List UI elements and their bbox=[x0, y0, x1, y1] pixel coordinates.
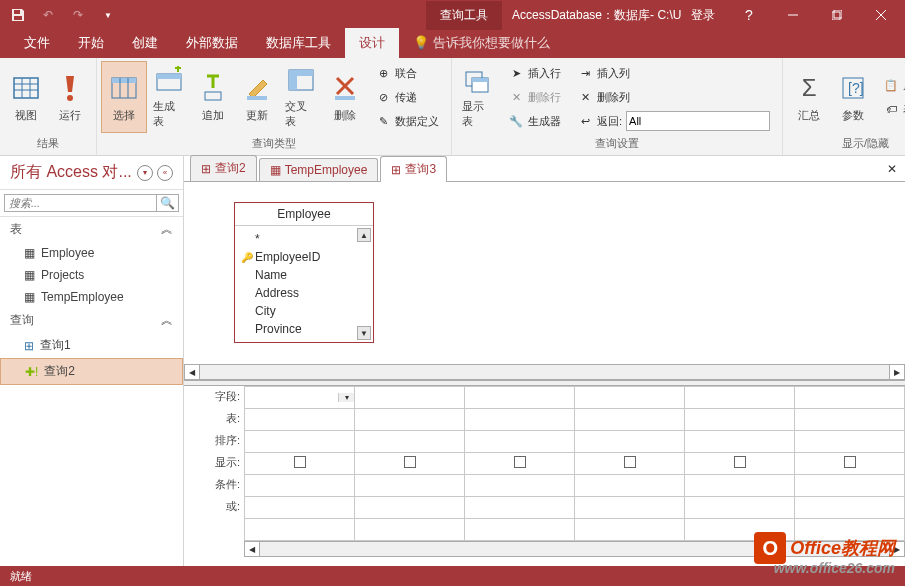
crosstab-button[interactable]: 交叉表 bbox=[279, 61, 324, 133]
nav-section-queries[interactable]: 查询︽ bbox=[0, 308, 183, 333]
tab-database-tools[interactable]: 数据库工具 bbox=[252, 28, 345, 58]
dropdown-button[interactable]: ▾ bbox=[338, 393, 354, 402]
restore-button[interactable] bbox=[817, 1, 857, 29]
close-tab-button[interactable]: ✕ bbox=[887, 162, 897, 176]
undo-icon[interactable]: ↶ bbox=[38, 5, 58, 25]
nav-item-projects[interactable]: ▦Projects bbox=[0, 264, 183, 286]
table-box-employee[interactable]: Employee * 🔑EmployeeID Name Address City… bbox=[234, 202, 374, 343]
union-button[interactable]: ⊕联合 bbox=[371, 62, 443, 84]
deleterow-button[interactable]: ✕删除行 bbox=[504, 86, 565, 108]
grid-cell[interactable] bbox=[355, 497, 465, 519]
grid-cell[interactable] bbox=[355, 409, 465, 431]
append-button[interactable]: 追加 bbox=[191, 61, 235, 133]
show-cell[interactable] bbox=[795, 453, 905, 475]
field-employeeid[interactable]: 🔑EmployeeID bbox=[241, 248, 367, 266]
grid-cell[interactable] bbox=[795, 431, 905, 453]
login-link[interactable]: 登录 bbox=[681, 7, 725, 24]
maketable-button[interactable]: 生成表 bbox=[147, 61, 192, 133]
grid-cell[interactable] bbox=[465, 409, 575, 431]
passthrough-button[interactable]: ⊘传递 bbox=[371, 86, 443, 108]
grid-cell[interactable] bbox=[465, 431, 575, 453]
tab-file[interactable]: 文件 bbox=[10, 28, 64, 58]
grid-cell[interactable] bbox=[795, 475, 905, 497]
field-name[interactable]: Name bbox=[241, 266, 367, 284]
return-combo[interactable] bbox=[626, 111, 770, 131]
grid-cell[interactable] bbox=[685, 431, 795, 453]
builder-button[interactable]: 🔧生成器 bbox=[504, 110, 565, 132]
grid-cell[interactable] bbox=[355, 475, 465, 497]
field-province[interactable]: Province bbox=[241, 320, 367, 338]
field-cell[interactable] bbox=[575, 387, 685, 409]
update-button[interactable]: 更新 bbox=[235, 61, 279, 133]
scroll-up-button[interactable]: ▲ bbox=[357, 228, 371, 242]
field-address[interactable]: Address bbox=[241, 284, 367, 302]
scroll-down-button[interactable]: ▼ bbox=[357, 326, 371, 340]
propsheet-button[interactable]: 📋属性表 bbox=[879, 74, 905, 96]
delete-query-button[interactable]: 删除 bbox=[323, 61, 367, 133]
tab-design[interactable]: 设计 bbox=[345, 28, 399, 58]
grid-cell[interactable] bbox=[355, 519, 465, 541]
search-button[interactable]: 🔍 bbox=[157, 194, 179, 212]
field-cell[interactable] bbox=[465, 387, 575, 409]
run-button[interactable]: 运行 bbox=[48, 61, 92, 133]
grid-cell[interactable] bbox=[575, 431, 685, 453]
grid-cell[interactable] bbox=[575, 409, 685, 431]
grid-cell[interactable] bbox=[795, 409, 905, 431]
tab-create[interactable]: 创建 bbox=[118, 28, 172, 58]
scrollbar-track[interactable] bbox=[200, 364, 889, 380]
nav-collapse-icon[interactable]: « bbox=[157, 165, 173, 181]
grid-cell[interactable] bbox=[245, 497, 355, 519]
save-icon[interactable] bbox=[8, 5, 28, 25]
insertrow-button[interactable]: ➤插入行 bbox=[504, 62, 565, 84]
grid-cell[interactable] bbox=[575, 475, 685, 497]
params-button[interactable]: [?] 参数 bbox=[831, 61, 875, 133]
nav-item-query2[interactable]: ✚!查询2 bbox=[0, 358, 183, 385]
grid-cell[interactable] bbox=[245, 409, 355, 431]
doc-tab-tempemployee[interactable]: ▦TempEmployee bbox=[259, 158, 379, 181]
nav-header[interactable]: 所有 Access 对... ▾ « bbox=[0, 156, 183, 190]
minimize-button[interactable] bbox=[773, 1, 813, 29]
show-cell[interactable] bbox=[465, 453, 575, 475]
field-city[interactable]: City bbox=[241, 302, 367, 320]
table-pane[interactable]: Employee * 🔑EmployeeID Name Address City… bbox=[184, 182, 905, 364]
grid-cell[interactable] bbox=[245, 475, 355, 497]
grid-cell[interactable] bbox=[245, 431, 355, 453]
qat-dropdown-icon[interactable]: ▼ bbox=[98, 5, 118, 25]
tab-home[interactable]: 开始 bbox=[64, 28, 118, 58]
checkbox[interactable] bbox=[734, 456, 746, 468]
grid-cell[interactable] bbox=[355, 431, 465, 453]
grid-cell[interactable] bbox=[575, 497, 685, 519]
grid-cell[interactable] bbox=[795, 497, 905, 519]
doc-tab-query2[interactable]: ⊞查询2 bbox=[190, 155, 257, 181]
field-star[interactable]: * bbox=[241, 230, 367, 248]
tablenames-button[interactable]: 🏷表名称 bbox=[879, 98, 905, 120]
grid-cell[interactable] bbox=[685, 475, 795, 497]
tell-me-search[interactable]: 💡 告诉我你想要做什么 bbox=[399, 28, 564, 58]
view-button[interactable]: 视图 bbox=[4, 61, 48, 133]
field-cell[interactable] bbox=[795, 387, 905, 409]
totals-button[interactable]: Σ 汇总 bbox=[787, 61, 831, 133]
help-button[interactable]: ? bbox=[729, 1, 769, 29]
scroll-left-button[interactable]: ◀ bbox=[244, 541, 260, 557]
checkbox[interactable] bbox=[624, 456, 636, 468]
search-input[interactable] bbox=[4, 194, 157, 212]
nav-item-query1[interactable]: ⊞查询1 bbox=[0, 333, 183, 358]
nav-section-tables[interactable]: 表︽ bbox=[0, 217, 183, 242]
grid-cell[interactable] bbox=[575, 519, 685, 541]
show-cell[interactable] bbox=[685, 453, 795, 475]
grid-cell[interactable] bbox=[245, 519, 355, 541]
nav-dropdown-icon[interactable]: ▾ bbox=[137, 165, 153, 181]
deletecol-button[interactable]: ✕删除列 bbox=[573, 86, 774, 108]
pane-splitter[interactable] bbox=[184, 380, 905, 386]
grid-cell[interactable] bbox=[465, 475, 575, 497]
field-cell[interactable]: ▾ bbox=[245, 387, 355, 409]
show-cell[interactable] bbox=[355, 453, 465, 475]
checkbox[interactable] bbox=[294, 456, 306, 468]
checkbox[interactable] bbox=[844, 456, 856, 468]
showtable-button[interactable]: 显示表 bbox=[456, 61, 500, 133]
grid-cell[interactable] bbox=[685, 497, 795, 519]
scroll-right-button[interactable]: ▶ bbox=[889, 364, 905, 380]
show-cell[interactable] bbox=[575, 453, 685, 475]
grid-cell[interactable] bbox=[465, 519, 575, 541]
nav-item-employee[interactable]: ▦Employee bbox=[0, 242, 183, 264]
